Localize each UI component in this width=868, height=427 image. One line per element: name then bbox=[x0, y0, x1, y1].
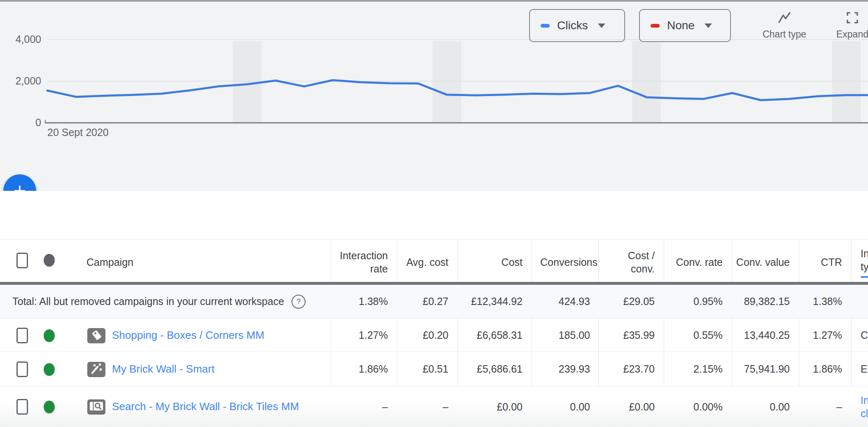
select-all-checkbox[interactable] bbox=[16, 253, 28, 268]
column-header-conversions[interactable]: Conversions bbox=[532, 242, 597, 282]
metric-cell: 75,941.90 bbox=[744, 352, 790, 386]
metric-cell: 0.00 bbox=[770, 386, 790, 427]
column-header-interaction-rate[interactable]: Interaction rate bbox=[326, 242, 388, 282]
campaigns-table: Campaign Interaction rate Avg. cost Cost… bbox=[0, 239, 868, 427]
expand-icon bbox=[845, 11, 859, 25]
metric-cell: 1.27% bbox=[359, 319, 388, 352]
magic-wand-icon bbox=[88, 362, 105, 377]
interaction-types-cell: Clicks bbox=[861, 319, 868, 352]
filter-toolbar-row: Add filter Search Segment Columns bbox=[0, 191, 868, 239]
campaign-link[interactable]: Search - My Brick Wall - Brick Tiles MM bbox=[112, 400, 310, 413]
metric-selector-2[interactable]: None bbox=[639, 9, 731, 42]
total-cell: 0.95% bbox=[693, 285, 723, 318]
y-tick-label: 0 bbox=[35, 117, 41, 128]
table-row: Shopping - Boxes / Corners MM 1.27%£0.20… bbox=[0, 318, 868, 352]
total-cell: £0.27 bbox=[422, 285, 448, 318]
metric-cell: £6,658.31 bbox=[477, 319, 523, 352]
clicks-line-chart: 02,0004,00020 Sept 2020 bbox=[0, 3, 868, 192]
header-divider bbox=[0, 282, 868, 285]
metric-cell: 13,440.25 bbox=[744, 319, 790, 352]
column-header-cost-per-conv[interactable]: Cost / conv. bbox=[605, 242, 655, 282]
metric-cell: £5,686.61 bbox=[477, 352, 523, 386]
row-checkbox[interactable] bbox=[16, 399, 28, 415]
metric-1-label: Clicks bbox=[557, 19, 588, 32]
metric-cell: £35.99 bbox=[623, 319, 655, 352]
metric-cell: 1.86% bbox=[359, 352, 388, 386]
google-ads-campaigns-page: 02,0004,00020 Sept 2020 Clicks None Char… bbox=[0, 0, 868, 427]
performance-chart-panel: 02,0004,00020 Sept 2020 Clicks None Char… bbox=[0, 2, 868, 191]
metric-cell: 2.15% bbox=[693, 352, 723, 386]
y-tick-label: 2,000 bbox=[15, 75, 41, 87]
chart-type-icon bbox=[777, 11, 791, 25]
expand-chart-button[interactable]: Expand bbox=[828, 11, 868, 40]
status-dot-enabled[interactable] bbox=[44, 363, 55, 376]
metric-cell: 185.00 bbox=[559, 319, 590, 352]
chart-type-label: Chart type bbox=[754, 29, 815, 40]
help-icon[interactable]: ? bbox=[292, 295, 306, 309]
column-header-ctr[interactable]: CTR bbox=[801, 242, 842, 282]
table-row: My Brick Wall - Smart 1.86%£0.51£5,686.6… bbox=[0, 352, 868, 386]
chart-type-button[interactable]: Chart type bbox=[754, 11, 815, 40]
column-header-avg-cost[interactable]: Avg. cost bbox=[395, 242, 448, 282]
metric-cell: – bbox=[382, 386, 388, 427]
cell-link[interactable]: Interactions clicks bbox=[861, 394, 868, 420]
column-header-cost[interactable]: Cost bbox=[469, 242, 523, 282]
metric-cell: 239.93 bbox=[559, 352, 590, 386]
metric-2-label: None bbox=[667, 19, 695, 32]
chevron-down-icon bbox=[598, 23, 605, 28]
column-header-interaction-types[interactable]: Interaction types bbox=[861, 242, 868, 282]
weekend-band bbox=[432, 41, 461, 123]
total-row-label: Total: All but removed campaigns in your… bbox=[12, 285, 306, 318]
metric-cell: £0.20 bbox=[422, 319, 448, 352]
metric-cell: £23.70 bbox=[623, 352, 655, 386]
status-filter-dot[interactable] bbox=[44, 254, 55, 267]
metric-2-color-dash bbox=[651, 24, 660, 28]
weekend-band bbox=[632, 41, 661, 123]
metric-1-color-dash bbox=[541, 24, 550, 28]
total-cell: £29.05 bbox=[623, 285, 655, 318]
metric-cell: – bbox=[836, 386, 842, 427]
campaign-type-tile bbox=[87, 399, 105, 415]
metric-cell: £0.00 bbox=[629, 386, 655, 427]
total-cell: 89,382.15 bbox=[744, 285, 790, 318]
row-checkbox[interactable] bbox=[16, 328, 28, 343]
campaign-type-tile bbox=[87, 362, 105, 377]
interaction-types-cell: Engagements bbox=[861, 352, 868, 386]
y-tick-label: 4,000 bbox=[15, 33, 41, 45]
interaction-types-cell: Interactions clicks bbox=[861, 386, 868, 427]
metric-cell: 0.55% bbox=[693, 319, 723, 352]
total-cell: 1.38% bbox=[813, 285, 842, 318]
metric-cell: 1.27% bbox=[813, 319, 842, 352]
shopping-tag-icon bbox=[88, 328, 105, 343]
metric-cell: 0.00% bbox=[693, 386, 723, 427]
metric-cell: 1.86% bbox=[813, 352, 842, 386]
status-dot-enabled[interactable] bbox=[44, 329, 55, 342]
metric-cell: – bbox=[443, 386, 448, 427]
campaign-link[interactable]: Shopping - Boxes / Corners MM bbox=[112, 328, 310, 342]
total-cell: 1.38% bbox=[359, 285, 388, 318]
total-cell: 424.93 bbox=[559, 285, 590, 318]
weekend-band bbox=[832, 41, 861, 123]
campaign-link[interactable]: My Brick Wall - Smart bbox=[112, 362, 310, 376]
total-cell: £12,344.92 bbox=[471, 285, 523, 318]
table-row: Search - My Brick Wall - Brick Tiles MM … bbox=[0, 386, 868, 427]
sort-indicator bbox=[861, 276, 868, 278]
metric-cell: £0.00 bbox=[497, 386, 523, 427]
expand-chart-label: Expand bbox=[828, 29, 868, 40]
campaign-type-tile bbox=[87, 328, 105, 343]
column-header-conv-value[interactable]: Conv. value bbox=[728, 242, 790, 282]
metric-selector-1[interactable]: Clicks bbox=[529, 9, 625, 42]
chevron-down-icon bbox=[705, 23, 712, 28]
row-checkbox[interactable] bbox=[16, 361, 28, 377]
metric-cell: £0.51 bbox=[422, 352, 448, 386]
column-header-conv-rate[interactable]: Conv. rate bbox=[665, 242, 723, 282]
total-row: Total: All but removed campaigns in your… bbox=[0, 285, 868, 318]
search-campaign-icon bbox=[88, 399, 105, 415]
column-header-campaign[interactable]: Campaign bbox=[86, 242, 133, 282]
status-dot-enabled[interactable] bbox=[44, 401, 55, 413]
x-start-label: 20 Sept 2020 bbox=[47, 127, 109, 138]
metric-cell: 0.00 bbox=[570, 386, 590, 427]
